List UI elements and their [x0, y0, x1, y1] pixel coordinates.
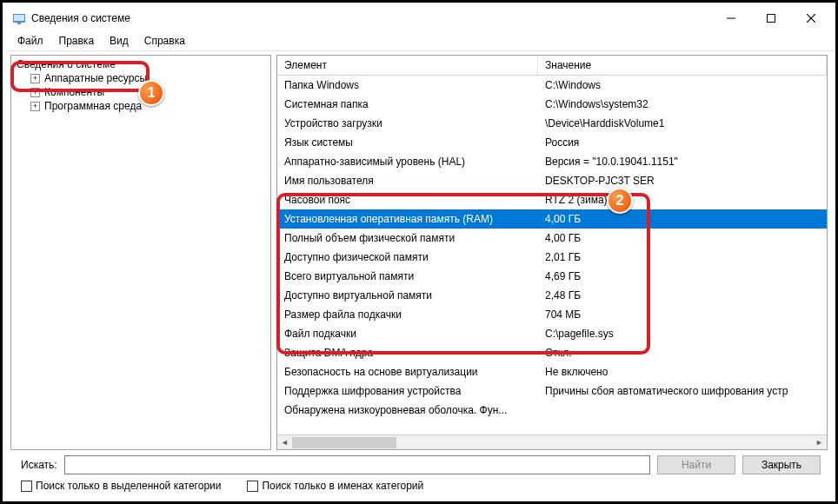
table-row[interactable]: Всего виртуальной памяти4,69 ГБ: [277, 267, 827, 286]
cell-value: 4,69 ГБ: [538, 269, 827, 284]
table-row[interactable]: Системная папкаC:\Windows\system32: [277, 95, 827, 114]
app-icon: [12, 11, 26, 25]
cell-value: [538, 408, 827, 412]
cell-element: Аппаратно-зависимый уровень (HAL): [277, 154, 538, 169]
cell-value: RTZ 2 (зима): [538, 192, 827, 208]
cell-element: Обнаружена низкоуровневая оболочка. Фун.…: [277, 402, 538, 418]
scroll-thumb[interactable]: [292, 437, 396, 448]
cell-value: 704 МБ: [538, 307, 827, 322]
search-input[interactable]: [64, 455, 650, 474]
table-row[interactable]: Часовой поясRTZ 2 (зима): [277, 190, 827, 209]
cell-element: Размер файла подкачки: [277, 307, 538, 322]
horizontal-scrollbar[interactable]: ◄ ►: [277, 434, 827, 449]
cell-element: Системная папка: [277, 96, 538, 112]
menu-edit[interactable]: Правка: [52, 33, 102, 49]
cell-element: Папка Windows: [277, 77, 538, 93]
cell-element: Доступно виртуальной памяти: [277, 288, 538, 303]
details-table: Элемент Значение Папка WindowsC:\Windows…: [276, 55, 828, 450]
cell-value: 2,01 ГБ: [538, 249, 827, 265]
scroll-right-icon[interactable]: ►: [812, 435, 827, 450]
menu-help[interactable]: Справка: [137, 33, 192, 49]
cell-value: 2,48 ГБ: [538, 288, 827, 303]
cell-element: Защита DMA ядра: [277, 345, 538, 361]
cell-value: Откл.: [538, 345, 827, 361]
cell-element: Установленная оперативная память (RAM): [277, 211, 538, 227]
cell-element: Устройство загрузки: [277, 116, 538, 131]
checkbox-icon: [21, 481, 32, 492]
table-row[interactable]: Папка WindowsC:\Windows: [277, 76, 827, 95]
table-header: Элемент Значение: [277, 56, 827, 76]
minimize-button[interactable]: [711, 5, 751, 31]
table-row[interactable]: Безопасность на основе виртуализацииНе в…: [277, 362, 827, 381]
table-row[interactable]: Поддержка шифрования устройстваПричины с…: [277, 381, 827, 401]
svg-rect-2: [17, 23, 21, 24]
system-info-window: Сведения о системе Файл Правка Вид Справ…: [5, 5, 833, 499]
checkbox-icon: [247, 481, 258, 492]
cell-value: \Device\HarddiskVolume1: [538, 116, 827, 131]
cell-element: Файл подкачки: [277, 326, 538, 342]
expand-icon[interactable]: +: [30, 102, 40, 111]
tree-item-software-env[interactable]: + Программная среда: [15, 99, 267, 113]
table-row[interactable]: Полный объем физической памяти4,00 ГБ: [277, 229, 827, 248]
cell-value: C:\Windows\system32: [538, 96, 827, 112]
cell-value: 4,00 ГБ: [538, 230, 827, 246]
cell-element: Имя пользователя: [277, 173, 538, 189]
close-button[interactable]: [791, 5, 831, 31]
table-row[interactable]: Имя пользователяDESKTOP-PJC3T SER: [277, 171, 827, 190]
category-tree[interactable]: Сведения о системе + Аппаратные ресурсы …: [10, 55, 271, 450]
svg-rect-1: [14, 15, 24, 21]
cell-value: Версия = "10.0.19041.1151": [538, 154, 827, 169]
table-row[interactable]: Файл подкачкиC:\pagefile.sys: [277, 324, 827, 343]
cell-value: 4,00 ГБ: [538, 211, 827, 227]
table-row[interactable]: Защита DMA ядраОткл.: [277, 343, 827, 362]
checkbox-category-only[interactable]: Поиск только в выделенной категории: [21, 480, 221, 492]
table-row[interactable]: Установленная оперативная память (RAM)4,…: [277, 209, 827, 229]
column-value[interactable]: Значение: [538, 56, 827, 75]
checkbox-names-only[interactable]: Поиск только в именах категорий: [247, 480, 423, 492]
cell-value: DESKTOP-PJC3T SER: [538, 173, 827, 189]
cell-value: C:\Windows: [538, 77, 827, 93]
menu-view[interactable]: Вид: [103, 33, 136, 49]
table-row[interactable]: Устройство загрузки\Device\HarddiskVolum…: [277, 114, 827, 133]
column-element[interactable]: Элемент: [277, 56, 538, 75]
menu-file[interactable]: Файл: [10, 33, 50, 49]
table-row[interactable]: Язык системыРоссия: [277, 133, 827, 152]
close-search-button[interactable]: Закрыть: [742, 455, 821, 474]
expand-icon[interactable]: +: [30, 74, 40, 83]
tree-item-components[interactable]: + Компоненты: [15, 85, 267, 99]
cell-value: Россия: [538, 135, 827, 150]
cell-value: Не включено: [538, 364, 827, 380]
table-row[interactable]: Доступно физической памяти2,01 ГБ: [277, 248, 827, 267]
scroll-left-icon[interactable]: ◄: [277, 435, 292, 450]
cell-element: Безопасность на основе виртуализации: [277, 364, 538, 380]
tree-item-hardware[interactable]: + Аппаратные ресурсы: [15, 71, 267, 85]
table-row[interactable]: Доступно виртуальной памяти2,48 ГБ: [277, 286, 827, 305]
cell-value: C:\pagefile.sys: [538, 326, 827, 342]
search-label: Искать:: [21, 459, 57, 471]
cell-element: Часовой пояс: [277, 192, 538, 208]
tree-root[interactable]: Сведения о системе: [15, 57, 267, 71]
table-row[interactable]: Обнаружена низкоуровневая оболочка. Фун.…: [277, 401, 827, 420]
cell-element: Полный объем физической памяти: [277, 230, 538, 246]
cell-element: Язык системы: [277, 135, 538, 150]
find-button[interactable]: Найти: [657, 455, 735, 474]
cell-element: Доступно физической памяти: [277, 249, 538, 265]
titlebar: Сведения о системе: [5, 5, 833, 31]
table-row[interactable]: Размер файла подкачки704 МБ: [277, 305, 827, 324]
cell-element: Всего виртуальной памяти: [277, 269, 538, 284]
cell-element: Поддержка шифрования устройства: [277, 383, 538, 399]
table-row[interactable]: Аппаратно-зависимый уровень (HAL)Версия …: [277, 152, 827, 171]
svg-rect-4: [768, 15, 775, 23]
window-title: Сведения о системе: [31, 12, 130, 24]
menubar: Файл Правка Вид Справка: [5, 31, 833, 51]
maximize-button[interactable]: [751, 5, 791, 31]
cell-value: Причины сбоя автоматического шифрования …: [538, 383, 827, 399]
expand-icon[interactable]: +: [30, 88, 40, 97]
